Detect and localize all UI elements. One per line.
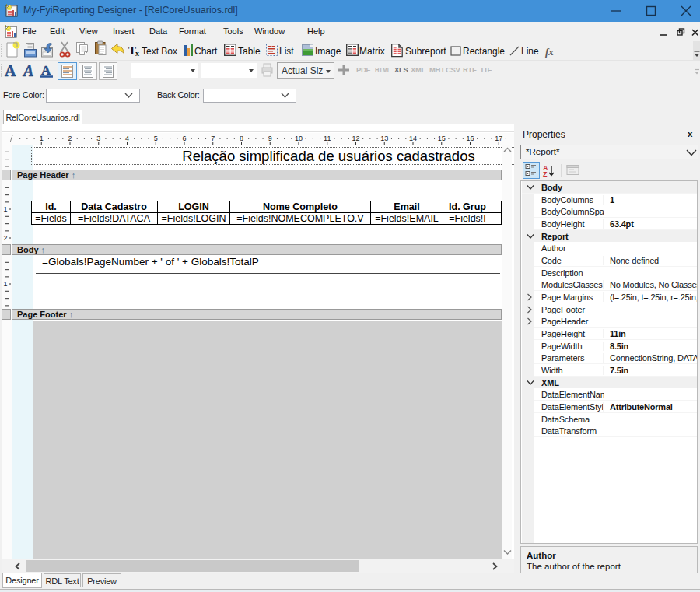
svg-text:1: 1 xyxy=(3,205,7,213)
svg-text:Z: Z xyxy=(543,170,548,178)
svg-text:16: 16 xyxy=(466,135,474,142)
svg-text:11: 11 xyxy=(324,135,331,142)
svg-text:17: 17 xyxy=(495,135,502,142)
svg-text:3: 3 xyxy=(96,135,100,142)
svg-text:15: 15 xyxy=(438,135,446,142)
svg-text:4: 4 xyxy=(125,135,129,142)
svg-text:1: 1 xyxy=(3,280,7,288)
svg-text:x: x xyxy=(135,49,139,58)
svg-text:12: 12 xyxy=(352,135,359,142)
svg-text:1: 1 xyxy=(40,135,44,142)
svg-text:6: 6 xyxy=(182,135,186,142)
svg-text:8: 8 xyxy=(240,135,243,142)
svg-text:2: 2 xyxy=(68,135,72,142)
svg-text:10: 10 xyxy=(295,135,303,142)
svg-text:7: 7 xyxy=(211,135,215,142)
svg-text:5: 5 xyxy=(154,135,158,142)
svg-text:2: 2 xyxy=(3,234,7,242)
svg-text:9: 9 xyxy=(268,135,272,142)
svg-text:14: 14 xyxy=(409,135,417,142)
svg-text:A: A xyxy=(5,62,16,79)
svg-text:A: A xyxy=(41,63,51,78)
svg-text:A: A xyxy=(22,62,33,79)
svg-text:13: 13 xyxy=(380,135,388,142)
